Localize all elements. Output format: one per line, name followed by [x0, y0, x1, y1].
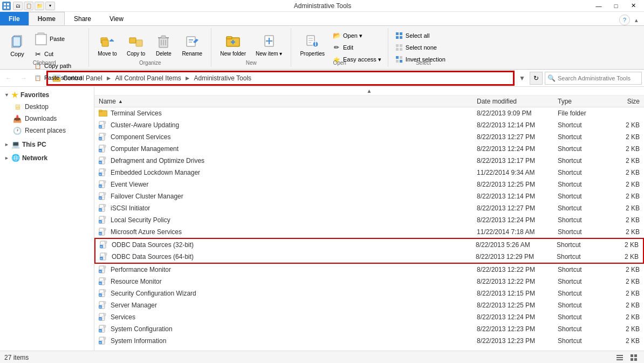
svg-rect-75 — [104, 145, 106, 147]
open-button[interactable]: 📂 Open ▾ — [330, 30, 383, 41]
quick-icon-1[interactable]: 🗂 — [13, 2, 23, 10]
copy-button[interactable]: Copy — [4, 30, 30, 59]
svg-rect-11 — [102, 40, 108, 46]
svg-text:sc: sc — [99, 329, 102, 332]
title-bar-left: 🗂 📋 📁 ▾ — [2, 2, 55, 10]
column-header-size[interactable]: Size — [609, 98, 642, 105]
delete-button[interactable]: Delete — [150, 30, 176, 59]
svg-rect-213 — [634, 354, 637, 357]
file-row[interactable]: sc Defragment and Optimize Drives 8/22/2… — [94, 155, 644, 167]
file-row[interactable]: sc Local Security Policy 8/22/2013 12:24… — [94, 214, 644, 226]
file-date: 8/22/2013 12:25 PM — [475, 302, 556, 309]
file-name: sc Event Viewer — [97, 180, 475, 189]
search-input[interactable] — [558, 75, 639, 81]
column-header-date[interactable]: Date modified — [475, 98, 556, 105]
file-row[interactable]: sc System Information 8/22/2013 12:23 PM… — [94, 335, 644, 347]
svg-rect-107 — [104, 193, 106, 195]
file-row[interactable]: sc Embedded Lockdown Manager 11/22/2014 … — [94, 167, 644, 179]
file-row[interactable]: sc Computer Management 8/22/2013 12:24 P… — [94, 143, 644, 155]
this-pc-header[interactable]: ► 💻 This PC — [0, 139, 94, 150]
open-label: Open ▾ — [343, 32, 362, 39]
edit-button[interactable]: ✏ Edit — [330, 42, 383, 53]
ribbon-help-icon[interactable]: ? — [619, 15, 630, 25]
select-all-button[interactable]: Select all — [393, 30, 448, 41]
status-count: 27 items — [4, 354, 29, 361]
desktop-icon: 🖥 — [13, 102, 22, 111]
column-header-type[interactable]: Type — [556, 98, 609, 105]
sidebar-item-recent-places[interactable]: 🕐 Recent places — [0, 125, 94, 136]
select-none-button[interactable]: Select none — [393, 42, 448, 53]
file-row[interactable]: sc Resource Monitor 8/22/2013 12:22 PM S… — [94, 276, 644, 287]
column-header-name[interactable]: Name ▲ — [97, 98, 475, 105]
svg-rect-2 — [4, 6, 6, 9]
file-type: Shortcut — [556, 337, 609, 345]
file-row[interactable]: sc iSCSI Initiator 8/22/2013 12:27 PM Sh… — [94, 202, 644, 214]
address-bar[interactable]: Control Panel ► All Control Panel Items … — [47, 72, 513, 85]
file-row[interactable]: sc Microsoft Azure Services 11/22/2014 7… — [94, 226, 644, 238]
tab-share[interactable]: Share — [65, 12, 100, 25]
tab-home[interactable]: Home — [29, 12, 65, 25]
new-folder-label: New folder — [220, 51, 246, 57]
new-folder-button[interactable]: New folder — [216, 30, 250, 59]
properties-icon — [304, 32, 321, 50]
file-name: sc Local Security Policy — [97, 216, 475, 224]
file-size: 2 KB — [609, 302, 642, 309]
network-label: Network — [22, 154, 47, 162]
file-type: Shortcut — [556, 325, 609, 333]
details-view-button[interactable] — [614, 353, 626, 362]
tiles-view-button[interactable] — [628, 353, 640, 362]
svg-text:sc: sc — [99, 270, 102, 273]
file-name: sc iSCSI Initiator — [97, 204, 475, 213]
file-size: 2 KB — [609, 133, 642, 141]
refresh-button[interactable]: ↻ — [530, 72, 543, 85]
network-icon: 🌐 — [11, 154, 20, 162]
rename-button[interactable]: Rename — [177, 30, 207, 59]
search-box[interactable]: 🔍 — [545, 72, 642, 85]
file-date: 8/22/2013 12:24 PM — [475, 145, 556, 153]
minimize-button[interactable]: — — [590, 0, 607, 12]
file-row[interactable]: Terminal Services 8/22/2013 9:09 PM File… — [94, 107, 644, 119]
file-row[interactable]: sc Performance Monitor 8/22/2013 12:22 P… — [94, 264, 644, 276]
file-row[interactable]: sc ODBC Data Sources (64-bit) 8/22/2013 … — [95, 251, 643, 263]
file-date: 8/22/2013 12:14 PM — [475, 193, 556, 200]
cut-button[interactable]: ✂ Cut — [31, 49, 84, 59]
paste-button[interactable]: Paste — [31, 30, 84, 47]
favorites-star-icon: ★ — [11, 91, 18, 99]
maximize-button[interactable]: □ — [607, 0, 625, 12]
tab-file[interactable]: File — [0, 12, 29, 25]
quick-icon-dropdown[interactable]: ▾ — [45, 2, 55, 10]
sidebar-item-desktop[interactable]: 🖥 Desktop — [0, 101, 94, 113]
network-header[interactable]: ► 🌐 Network — [0, 152, 94, 163]
file-row[interactable]: sc Component Services 8/22/2013 12:27 PM… — [94, 131, 644, 143]
dropdown-button[interactable]: ▼ — [516, 72, 529, 85]
file-row[interactable]: sc Failover Cluster Manager 8/22/2013 12… — [94, 190, 644, 202]
file-row[interactable]: sc Cluster-Aware Updating 8/22/2013 12:1… — [94, 119, 644, 131]
file-row[interactable]: sc Server Manager 8/22/2013 12:25 PM Sho… — [94, 299, 644, 311]
svg-text:sc: sc — [99, 149, 102, 152]
ribbon-group-select: Select all Select none — [388, 28, 458, 67]
file-row[interactable]: sc Event Viewer 8/22/2013 12:25 PM Short… — [94, 179, 644, 190]
file-size: 2 KB — [609, 181, 642, 188]
paste-shortcut-button[interactable]: 📋 Paste shortcut — [31, 72, 84, 83]
tab-view[interactable]: View — [100, 12, 133, 25]
file-row[interactable]: sc System Configuration 8/22/2013 12:23 … — [94, 323, 644, 335]
ribbon-collapse-icon[interactable]: ▴ — [631, 15, 642, 25]
downloads-icon: 📥 — [13, 114, 22, 123]
file-row[interactable]: sc ODBC Data Sources (32-bit) 8/22/2013 … — [95, 239, 643, 251]
quick-icon-2[interactable]: 📋 — [24, 2, 33, 10]
scroll-up-button[interactable]: ▲ — [94, 87, 644, 95]
close-button[interactable]: ✕ — [625, 0, 642, 12]
file-row[interactable]: sc Services 8/22/2013 12:24 PM Shortcut … — [94, 311, 644, 323]
sidebar-item-downloads[interactable]: 📥 Downloads — [0, 113, 94, 125]
file-row[interactable]: sc Security Configuration Wizard 8/22/20… — [94, 287, 644, 299]
breadcrumb-admin-tools[interactable]: Administrative Tools — [194, 74, 252, 82]
breadcrumb-all-items[interactable]: All Control Panel Items — [115, 74, 181, 82]
properties-button[interactable]: Properties — [296, 30, 329, 59]
move-to-button[interactable]: Move to — [93, 30, 121, 59]
copy-to-button[interactable]: Copy to — [122, 30, 149, 59]
ribbon-group-organize: Move to Copy to — [89, 28, 211, 67]
new-item-button[interactable]: New item ▾ — [251, 30, 286, 59]
file-size: 2 KB — [609, 169, 642, 176]
quick-icon-3[interactable]: 📁 — [35, 2, 44, 10]
ribbon-content: Copy Paste ✂ — [0, 26, 644, 69]
